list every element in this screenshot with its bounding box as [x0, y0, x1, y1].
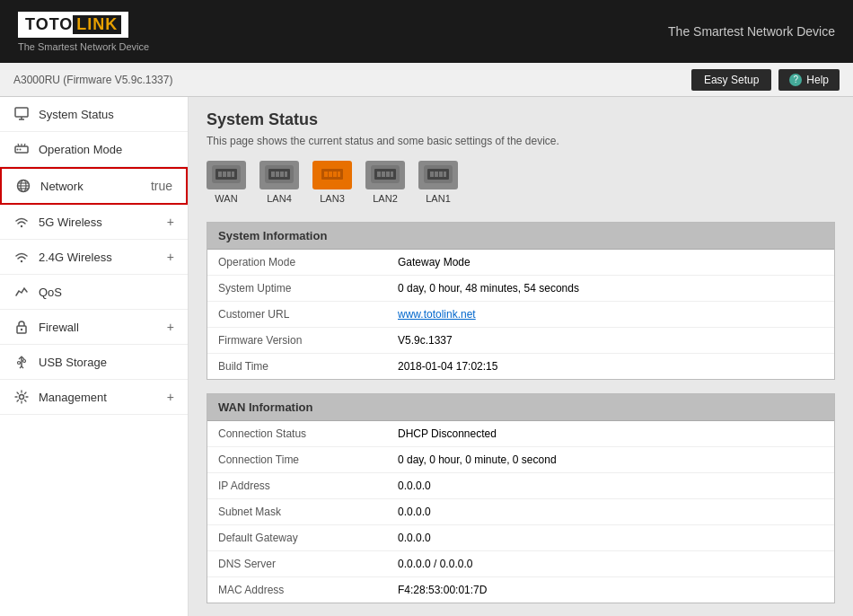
header-brand: The Smartest Network Device: [668, 24, 835, 39]
row-label: Subnet Mask: [207, 499, 387, 525]
svg-rect-52: [439, 172, 443, 177]
sidebar-item-label: Management: [39, 391, 158, 404]
svg-rect-34: [280, 172, 284, 177]
svg-rect-40: [333, 172, 337, 177]
qos-icon: [13, 284, 30, 300]
sidebar-item-system-status[interactable]: System Status: [0, 97, 188, 132]
content-area: System Status This page shows the curren…: [189, 97, 853, 616]
svg-point-5: [20, 149, 22, 151]
table-row: Firmware Version V5.9c.1337: [207, 328, 834, 354]
sidebar-item-label: System Status: [39, 108, 174, 121]
table-row: Subnet Mask 0.0.0.0: [207, 499, 834, 525]
sidebar-item-label: Network: [40, 180, 142, 193]
port-icon-lan4: [259, 161, 299, 189]
customer-url-link[interactable]: www.totolink.net: [398, 308, 476, 321]
port-label-lan1: LAN1: [426, 193, 451, 204]
row-label: Connection Status: [207, 421, 387, 447]
main-layout: System Status Operation Mode: [0, 97, 853, 616]
table-row: DNS Server 0.0.0.0 / 0.0.0.0: [207, 551, 834, 577]
page-title: System Status: [207, 110, 835, 129]
wan-info-rows: Connection Status DHCP Disconnected Conn…: [207, 421, 834, 603]
svg-line-21: [20, 366, 22, 368]
lock-icon: [13, 319, 30, 335]
sidebar-item-operation-mode[interactable]: Operation Mode: [0, 132, 188, 167]
expand-icon: true: [151, 179, 172, 193]
sidebar-item-management[interactable]: Management +: [0, 380, 188, 415]
svg-rect-41: [338, 172, 340, 177]
sidebar-item-label: USB Storage: [39, 356, 174, 369]
table-row: Customer URL www.totolink.net: [207, 302, 834, 328]
port-lan4: LAN4: [259, 161, 299, 204]
port-lan1: LAN1: [418, 161, 458, 204]
svg-rect-53: [444, 172, 446, 177]
usb-icon: [13, 354, 30, 370]
logo-link: LINK: [73, 15, 121, 34]
svg-rect-27: [223, 172, 226, 177]
svg-point-19: [18, 362, 21, 365]
table-row: Build Time 2018-01-04 17:02:15: [207, 354, 834, 380]
row-label: Connection Time: [207, 447, 387, 473]
sidebar-item-5g-wireless[interactable]: 5G Wireless +: [0, 205, 188, 240]
topbar: A3000RU (Firmware V5.9c.1337) Easy Setup…: [0, 63, 853, 97]
logo: TOTO LINK The Smartest Network Device: [18, 12, 149, 52]
wan-info-header: WAN Information: [207, 394, 834, 421]
help-button[interactable]: ? Help: [778, 69, 840, 91]
help-label: Help: [806, 74, 829, 86]
sidebar-item-usb-storage[interactable]: USB Storage: [0, 345, 188, 380]
logo-box: TOTO LINK: [18, 12, 128, 38]
row-label: Customer URL: [207, 302, 387, 328]
topbar-buttons: Easy Setup ? Help: [691, 69, 840, 91]
row-value: 0 day, 0 hour, 0 minute, 0 second: [387, 447, 834, 473]
table-row: Operation Mode Gateway Mode: [207, 250, 834, 276]
row-label: System Uptime: [207, 276, 387, 302]
svg-rect-39: [329, 172, 332, 177]
row-label: DNS Server: [207, 551, 387, 577]
expand-icon: +: [167, 250, 174, 264]
svg-rect-32: [271, 172, 275, 177]
row-value: F4:28:53:00:01:7D: [387, 577, 834, 603]
table-row: Connection Status DHCP Disconnected: [207, 421, 834, 447]
wifi-icon: [13, 214, 30, 230]
wifi2-icon: [13, 249, 30, 265]
logo-toto: TOTO: [25, 15, 73, 34]
svg-rect-44: [377, 172, 381, 177]
svg-point-4: [17, 149, 19, 151]
header: TOTO LINK The Smartest Network Device Th…: [0, 0, 853, 63]
svg-line-22: [22, 366, 23, 368]
row-value: 0 day, 0 hour, 48 minutes, 54 seconds: [387, 276, 834, 302]
port-icon-wan: [207, 161, 246, 189]
svg-rect-46: [386, 172, 390, 177]
port-label-lan2: LAN2: [373, 193, 398, 204]
svg-rect-33: [276, 172, 279, 177]
port-lan2: LAN2: [365, 161, 405, 204]
row-value: 0.0.0.0: [387, 499, 834, 525]
row-value: 0.0.0.0 / 0.0.0.0: [387, 551, 834, 577]
svg-point-23: [20, 395, 24, 400]
row-label: MAC Address: [207, 577, 387, 603]
row-label: Operation Mode: [207, 250, 387, 276]
sidebar-item-firewall[interactable]: Firewall +: [0, 310, 188, 345]
easy-setup-button[interactable]: Easy Setup: [691, 69, 771, 91]
sidebar-item-label: QoS: [39, 286, 174, 299]
monitor-icon: [13, 106, 30, 122]
sidebar-item-24g-wireless[interactable]: 2.4G Wireless +: [0, 240, 188, 275]
row-value: 0.0.0.0: [387, 525, 834, 551]
row-label: Firmware Version: [207, 328, 387, 354]
expand-icon: +: [167, 320, 174, 334]
table-row: System Uptime 0 day, 0 hour, 48 minutes,…: [207, 276, 834, 302]
row-value: 0.0.0.0: [387, 473, 834, 499]
router-icon: [13, 141, 30, 157]
row-value-link[interactable]: www.totolink.net: [387, 302, 834, 328]
logo-tagline: The Smartest Network Device: [18, 41, 149, 52]
sidebar-item-qos[interactable]: QoS: [0, 275, 188, 310]
svg-rect-47: [391, 172, 393, 177]
row-value: Gateway Mode: [387, 250, 834, 276]
row-value: DHCP Disconnected: [387, 421, 834, 447]
svg-rect-26: [218, 172, 222, 177]
system-info-rows: Operation Mode Gateway Mode System Uptim…: [207, 250, 834, 379]
row-label: Default Gateway: [207, 525, 387, 551]
sidebar-item-network[interactable]: Network true: [0, 167, 188, 205]
port-label-lan3: LAN3: [320, 193, 345, 204]
sidebar-item-label: 2.4G Wireless: [39, 251, 158, 264]
port-label-lan4: LAN4: [267, 193, 292, 204]
